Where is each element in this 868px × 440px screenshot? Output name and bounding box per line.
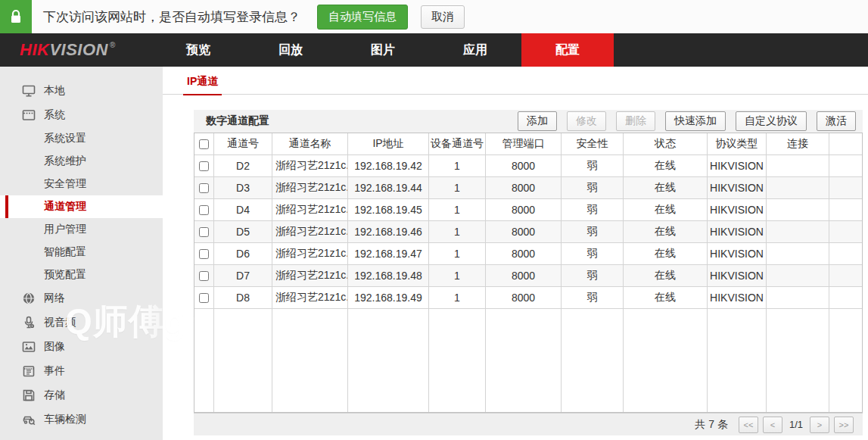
column-header-7: 协议类型	[708, 133, 767, 155]
cell-D6-name: 浙绍习艺21z1c...	[272, 243, 348, 265]
row-checkbox-D8[interactable]	[199, 293, 209, 303]
lock-icon	[9, 9, 23, 24]
toolbar-button-1[interactable]: 修改	[567, 111, 606, 131]
autofill-accept-button[interactable]: 自动填写信息	[317, 5, 408, 30]
sidebar-item-15[interactable]	[0, 432, 163, 440]
sidebar-item-4[interactable]: 安全管理	[0, 173, 163, 195]
nav-tab-0[interactable]: 预览	[152, 33, 244, 67]
sidebar-item-7[interactable]: 智能配置	[0, 241, 163, 264]
sidebar-item-label: 视音频	[44, 316, 76, 329]
panel-toolbar: 数字通道配置 添加修改删除快速添加自定义协议激活	[194, 110, 863, 133]
sidebar-item-label: 事件	[44, 364, 65, 378]
sidebar-item-label: 车辆检测	[44, 413, 86, 426]
row-checkbox-D5[interactable]	[199, 227, 209, 237]
sidebar-item-13[interactable]: 存储	[0, 383, 163, 407]
nav-tab-1[interactable]: 回放	[244, 33, 337, 67]
pagination-bar: 共 7 条 << < 1/1 > >>	[194, 413, 863, 435]
cell-D3-extra	[829, 177, 862, 199]
cell-D5-ip: 192.168.19.46	[348, 221, 429, 243]
sidebar-item-10[interactable]: 视音频	[0, 310, 163, 335]
nav-tab-4[interactable]: 配置	[521, 33, 614, 67]
cell-D2-status: 在线	[624, 155, 708, 177]
filler-cell	[486, 309, 562, 412]
autofill-cancel-button[interactable]: 取消	[421, 5, 465, 29]
cell-D7-security: 弱	[562, 265, 624, 287]
panel-title: 数字通道配置	[206, 114, 269, 128]
monitor-icon	[21, 83, 36, 98]
cell-D4-channel: D4	[214, 199, 272, 221]
last-page-button[interactable]: >>	[834, 417, 854, 433]
nav-tab-2[interactable]: 图片	[337, 33, 429, 67]
filler-cell	[708, 309, 767, 412]
toolbar-buttons: 添加修改删除快速添加自定义协议激活	[518, 111, 856, 131]
cell-D5-device_channel: 1	[429, 221, 486, 243]
tab-ip-channel[interactable]: IP通道	[183, 75, 222, 96]
nav-tab-3[interactable]: 应用	[429, 33, 521, 67]
main-navbar: HIKVISION® 预览回放图片应用配置	[0, 33, 868, 67]
column-header-8: 连接	[767, 133, 829, 155]
sidebar-item-label: 系统维护	[44, 154, 86, 168]
cell-D6-device_channel: 1	[429, 243, 486, 265]
nav-tabs: 预览回放图片应用配置	[152, 33, 614, 67]
cell-D6-protocol: HIKVISION	[708, 243, 767, 265]
cell-D2-mgmt_port: 8000	[486, 155, 562, 177]
toolbar-button-2[interactable]: 删除	[616, 111, 655, 131]
cell-D8-status: 在线	[624, 287, 708, 309]
cell-D5-mgmt_port: 8000	[486, 221, 562, 243]
row-checkbox-D4[interactable]	[199, 205, 209, 215]
row-checkbox-D7[interactable]	[199, 271, 209, 281]
cell-D8-mgmt_port: 8000	[486, 287, 562, 309]
row-checkbox-D3[interactable]	[199, 183, 209, 193]
select-all-checkbox[interactable]	[199, 139, 209, 149]
sidebar-item-label: 图像	[44, 340, 65, 354]
cell-D4-connection	[767, 199, 829, 221]
sidebar-item-12[interactable]: 事件	[0, 359, 163, 383]
row-checkbox-cell	[194, 243, 214, 265]
prev-page-button[interactable]: <	[763, 417, 782, 433]
column-header-4: 管理端口	[486, 133, 562, 155]
first-page-button[interactable]: <<	[739, 417, 758, 433]
sidebar-item-1[interactable]: 系统	[0, 103, 163, 127]
toolbar-button-5[interactable]: 激活	[817, 111, 856, 131]
vehicle-search-icon	[21, 412, 36, 427]
cell-D5-status: 在线	[624, 221, 708, 243]
sidebar-item-2[interactable]: 系统设置	[0, 127, 163, 150]
sidebar-item-6[interactable]: 用户管理	[0, 218, 163, 241]
cell-D3-channel: D3	[214, 177, 272, 199]
filler-cell	[829, 309, 862, 412]
sidebar-item-5[interactable]: 通道管理	[0, 195, 163, 218]
sidebar-item-0[interactable]: 本地	[0, 79, 163, 103]
sidebar-item-label: 用户管理	[44, 223, 86, 236]
toolbar-button-3[interactable]: 快速添加	[665, 111, 726, 131]
cell-D4-status: 在线	[624, 199, 708, 221]
sidebar-item-label: 安全管理	[44, 177, 86, 191]
cell-D8-extra	[829, 287, 862, 309]
sidebar-item-14[interactable]: 车辆检测	[0, 407, 163, 432]
filler-cell	[214, 309, 272, 412]
column-header-5: 安全性	[562, 133, 624, 155]
cell-D5-security: 弱	[562, 221, 624, 243]
toolbar-button-4[interactable]: 自定义协议	[736, 111, 807, 131]
sidebar-item-8[interactable]: 预览配置	[0, 264, 163, 286]
sidebar-item-3[interactable]: 系统维护	[0, 150, 163, 173]
sidebar-item-11[interactable]: 图像	[0, 335, 163, 359]
column-header-1: 通道名称	[272, 133, 348, 155]
filler-cell	[348, 309, 429, 412]
cell-D2-connection	[767, 155, 829, 177]
sidebar-item-9[interactable]: 网络	[0, 286, 163, 310]
logo-hik: HIK	[20, 40, 49, 60]
channel-table: 通道号通道名称IP地址设备通道号管理端口安全性状态协议类型连接D2浙绍习艺21z…	[194, 133, 863, 413]
sidebar-item-label: 智能配置	[44, 245, 86, 259]
cell-D4-mgmt_port: 8000	[486, 199, 562, 221]
toolbar-button-0[interactable]: 添加	[518, 111, 557, 131]
cell-D4-protocol: HIKVISION	[708, 199, 767, 221]
cell-D6-mgmt_port: 8000	[486, 243, 562, 265]
cell-D8-ip: 192.168.19.49	[348, 287, 429, 309]
next-page-button[interactable]: >	[810, 417, 829, 433]
row-checkbox-D2[interactable]	[199, 161, 209, 171]
row-checkbox-D6[interactable]	[199, 249, 209, 259]
cell-D5-channel: D5	[214, 221, 272, 243]
cell-D3-name: 浙绍习艺21z1c...	[272, 177, 348, 199]
row-checkbox-cell	[194, 221, 214, 243]
sidebar-item-label: 系统设置	[44, 132, 86, 145]
